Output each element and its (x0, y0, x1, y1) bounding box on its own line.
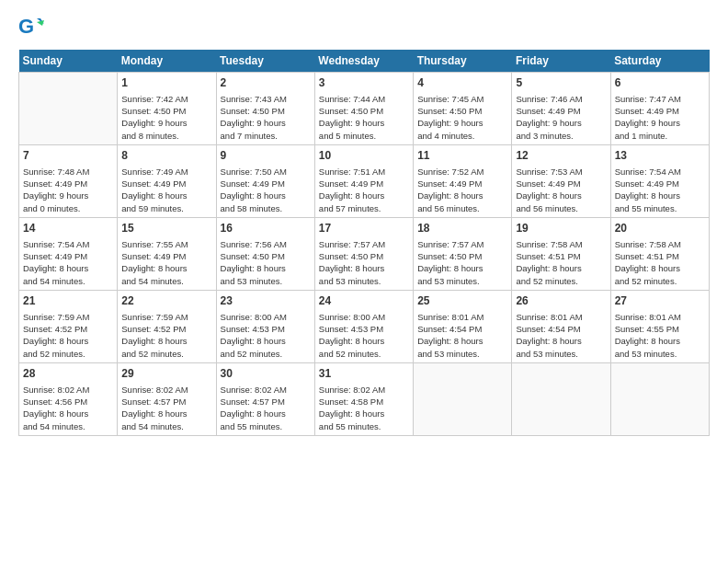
day-info: Sunrise: 7:46 AM Sunset: 4:49 PM Dayligh… (516, 93, 606, 142)
calendar-cell: 19Sunrise: 7:58 AM Sunset: 4:51 PM Dayli… (512, 217, 610, 290)
calendar-cell: 22Sunrise: 7:59 AM Sunset: 4:52 PM Dayli… (118, 290, 216, 362)
weekday-header-friday: Friday (512, 50, 610, 73)
day-number: 13 (615, 148, 705, 164)
weekday-header-tuesday: Tuesday (216, 50, 314, 73)
calendar-week-0: 1Sunrise: 7:42 AM Sunset: 4:50 PM Daylig… (19, 73, 710, 145)
weekday-header-sunday: Sunday (19, 50, 118, 73)
weekday-header-monday: Monday (118, 50, 216, 73)
day-info: Sunrise: 7:59 AM Sunset: 4:52 PM Dayligh… (121, 311, 211, 360)
day-info: Sunrise: 8:00 AM Sunset: 4:53 PM Dayligh… (221, 311, 311, 360)
calendar-cell: 5Sunrise: 7:46 AM Sunset: 4:49 PM Daylig… (512, 73, 610, 145)
day-number: 10 (319, 148, 409, 164)
day-info: Sunrise: 7:44 AM Sunset: 4:50 PM Dayligh… (319, 93, 409, 142)
day-info: Sunrise: 8:02 AM Sunset: 4:56 PM Dayligh… (23, 384, 113, 432)
day-number: 16 (221, 221, 311, 236)
day-info: Sunrise: 7:49 AM Sunset: 4:49 PM Dayligh… (121, 166, 211, 214)
calendar-cell: 27Sunrise: 8:01 AM Sunset: 4:55 PM Dayli… (610, 290, 709, 362)
calendar-cell: 21Sunrise: 7:59 AM Sunset: 4:52 PM Dayli… (19, 290, 118, 362)
day-info: Sunrise: 8:02 AM Sunset: 4:57 PM Dayligh… (221, 384, 311, 432)
calendar-cell: 15Sunrise: 7:55 AM Sunset: 4:49 PM Dayli… (118, 217, 216, 290)
day-info: Sunrise: 7:48 AM Sunset: 4:49 PM Dayligh… (23, 166, 113, 214)
day-info: Sunrise: 8:01 AM Sunset: 4:54 PM Dayligh… (417, 311, 507, 360)
day-info: Sunrise: 8:01 AM Sunset: 4:54 PM Dayligh… (516, 311, 606, 360)
calendar-cell: 16Sunrise: 7:56 AM Sunset: 4:50 PM Dayli… (216, 217, 314, 290)
day-info: Sunrise: 7:52 AM Sunset: 4:49 PM Dayligh… (417, 166, 507, 214)
weekday-header-wednesday: Wednesday (314, 50, 413, 73)
day-number: 1 (121, 75, 211, 91)
day-info: Sunrise: 8:01 AM Sunset: 4:55 PM Dayligh… (615, 311, 705, 360)
day-info: Sunrise: 7:47 AM Sunset: 4:49 PM Dayligh… (615, 93, 705, 142)
day-number: 25 (417, 293, 507, 309)
calendar-cell: 11Sunrise: 7:52 AM Sunset: 4:49 PM Dayli… (414, 144, 512, 217)
day-number: 4 (417, 75, 507, 91)
calendar-header: SundayMondayTuesdayWednesdayThursdayFrid… (19, 50, 710, 73)
day-info: Sunrise: 7:43 AM Sunset: 4:50 PM Dayligh… (221, 93, 311, 142)
day-number: 28 (23, 366, 113, 382)
calendar-cell: 7Sunrise: 7:48 AM Sunset: 4:49 PM Daylig… (19, 144, 118, 217)
calendar-cell: 30Sunrise: 8:02 AM Sunset: 4:57 PM Dayli… (216, 362, 314, 435)
day-number: 2 (221, 75, 311, 91)
calendar-cell: 3Sunrise: 7:44 AM Sunset: 4:50 PM Daylig… (314, 73, 413, 145)
day-info: Sunrise: 7:58 AM Sunset: 4:51 PM Dayligh… (615, 238, 705, 287)
weekday-header-thursday: Thursday (414, 50, 512, 73)
day-info: Sunrise: 7:57 AM Sunset: 4:50 PM Dayligh… (417, 238, 507, 287)
calendar-cell: 20Sunrise: 7:58 AM Sunset: 4:51 PM Dayli… (610, 217, 709, 290)
day-number: 15 (121, 221, 211, 236)
calendar-cell: 4Sunrise: 7:45 AM Sunset: 4:50 PM Daylig… (414, 73, 512, 145)
day-info: Sunrise: 7:56 AM Sunset: 4:50 PM Dayligh… (221, 238, 311, 287)
day-number: 22 (121, 293, 211, 309)
calendar-cell: 12Sunrise: 7:53 AM Sunset: 4:49 PM Dayli… (512, 144, 610, 217)
day-info: Sunrise: 7:58 AM Sunset: 4:51 PM Dayligh… (516, 238, 606, 287)
day-number: 20 (615, 221, 705, 236)
calendar-cell (610, 362, 709, 435)
day-number: 30 (221, 366, 311, 382)
calendar-cell: 13Sunrise: 7:54 AM Sunset: 4:49 PM Dayli… (610, 144, 709, 217)
day-info: Sunrise: 8:02 AM Sunset: 4:58 PM Dayligh… (319, 384, 409, 432)
calendar-cell (19, 73, 118, 145)
header: G (18, 15, 710, 40)
calendar-cell: 2Sunrise: 7:43 AM Sunset: 4:50 PM Daylig… (216, 73, 314, 145)
day-info: Sunrise: 7:59 AM Sunset: 4:52 PM Dayligh… (23, 311, 113, 360)
calendar-cell: 25Sunrise: 8:01 AM Sunset: 4:54 PM Dayli… (414, 290, 512, 362)
day-info: Sunrise: 7:50 AM Sunset: 4:49 PM Dayligh… (221, 166, 311, 214)
calendar-week-1: 7Sunrise: 7:48 AM Sunset: 4:49 PM Daylig… (19, 144, 710, 217)
calendar-cell: 28Sunrise: 8:02 AM Sunset: 4:56 PM Dayli… (19, 362, 118, 435)
calendar-cell: 6Sunrise: 7:47 AM Sunset: 4:49 PM Daylig… (610, 73, 709, 145)
day-number: 14 (23, 221, 113, 236)
day-number: 3 (319, 75, 409, 91)
weekday-header-saturday: Saturday (610, 50, 709, 73)
calendar-cell: 14Sunrise: 7:54 AM Sunset: 4:49 PM Dayli… (19, 217, 118, 290)
logo: G (18, 15, 48, 40)
day-number: 24 (319, 293, 409, 309)
day-info: Sunrise: 7:54 AM Sunset: 4:49 PM Dayligh… (615, 166, 705, 214)
day-number: 18 (417, 221, 507, 236)
calendar-cell: 24Sunrise: 8:00 AM Sunset: 4:53 PM Dayli… (314, 290, 413, 362)
day-number: 5 (516, 75, 606, 91)
calendar-cell: 23Sunrise: 8:00 AM Sunset: 4:53 PM Dayli… (216, 290, 314, 362)
calendar-cell: 18Sunrise: 7:57 AM Sunset: 4:50 PM Dayli… (414, 217, 512, 290)
day-number: 21 (23, 293, 113, 309)
day-number: 31 (319, 366, 409, 382)
weekday-header-row: SundayMondayTuesdayWednesdayThursdayFrid… (19, 50, 710, 73)
day-number: 19 (516, 221, 606, 236)
day-info: Sunrise: 7:42 AM Sunset: 4:50 PM Dayligh… (121, 93, 211, 142)
day-info: Sunrise: 7:53 AM Sunset: 4:49 PM Dayligh… (516, 166, 606, 214)
calendar-week-2: 14Sunrise: 7:54 AM Sunset: 4:49 PM Dayli… (19, 217, 710, 290)
day-number: 26 (516, 293, 606, 309)
day-number: 27 (615, 293, 705, 309)
svg-text:G: G (18, 15, 34, 38)
day-info: Sunrise: 7:55 AM Sunset: 4:49 PM Dayligh… (121, 238, 211, 287)
day-info: Sunrise: 7:54 AM Sunset: 4:49 PM Dayligh… (23, 238, 113, 287)
day-info: Sunrise: 8:00 AM Sunset: 4:53 PM Dayligh… (319, 311, 409, 360)
page: G SundayMondayTuesdayWednesdayThursdayFr… (0, 0, 728, 563)
calendar-cell: 9Sunrise: 7:50 AM Sunset: 4:49 PM Daylig… (216, 144, 314, 217)
calendar-table: SundayMondayTuesdayWednesdayThursdayFrid… (18, 50, 710, 436)
day-number: 12 (516, 148, 606, 164)
calendar-cell: 1Sunrise: 7:42 AM Sunset: 4:50 PM Daylig… (118, 73, 216, 145)
day-number: 8 (121, 148, 211, 164)
calendar-week-4: 28Sunrise: 8:02 AM Sunset: 4:56 PM Dayli… (19, 362, 710, 435)
day-number: 17 (319, 221, 409, 236)
calendar-cell: 29Sunrise: 8:02 AM Sunset: 4:57 PM Dayli… (118, 362, 216, 435)
calendar-body: 1Sunrise: 7:42 AM Sunset: 4:50 PM Daylig… (19, 73, 710, 436)
day-number: 6 (615, 75, 705, 91)
